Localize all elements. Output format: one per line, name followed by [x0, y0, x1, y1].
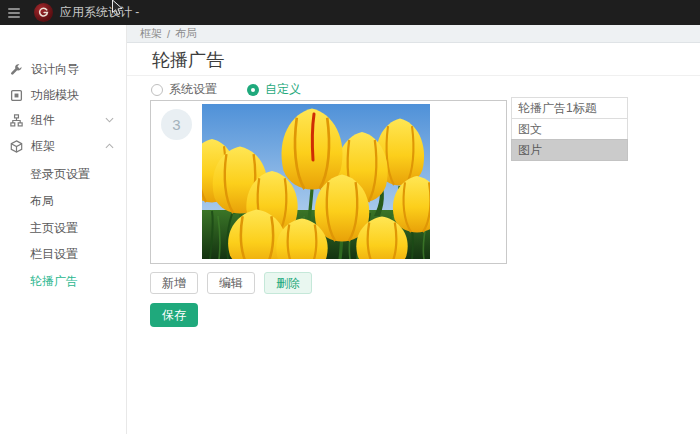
top-bar: 应用系统设计 - [0, 0, 700, 25]
edit-button[interactable]: 编辑 [207, 272, 255, 294]
breadcrumb-item-layout[interactable]: 布局 [175, 26, 197, 41]
sidebar: 设计向导 功能模块 组件 框架 登录页设置 布局 [0, 25, 127, 434]
radio-checked-icon [247, 84, 259, 96]
sidebar-subitem-login-page-settings[interactable]: 登录页设置 [0, 163, 126, 185]
add-button[interactable]: 新增 [150, 272, 198, 294]
module-icon [10, 89, 23, 102]
breadcrumb: 框架 / 布局 [127, 25, 700, 43]
main-content: 框架 / 布局 轮播广告 系统设置 自定义 3 [127, 25, 700, 434]
radio-custom[interactable]: 自定义 [247, 81, 301, 98]
mode-radio-group: 系统设置 自定义 [151, 81, 301, 98]
sidebar-subitem-homepage-settings[interactable]: 主页设置 [0, 217, 126, 239]
sidebar-item-function-modules[interactable]: 功能模块 [0, 84, 126, 106]
sidebar-subitem-carousel-ads[interactable]: 轮播广告 [0, 270, 126, 292]
carousel-preview-panel: 3 [150, 100, 507, 264]
chevron-down-icon [105, 117, 114, 123]
app-title: 应用系统设计 - [60, 4, 139, 21]
list-item-text-and-image[interactable]: 图文 [511, 118, 628, 140]
sidebar-item-framework[interactable]: 框架 [0, 135, 126, 157]
save-button[interactable]: 保存 [150, 303, 198, 327]
cube-icon [10, 140, 23, 153]
sidebar-subitem-layout[interactable]: 布局 [0, 190, 126, 212]
tulips-photo [202, 104, 430, 259]
slide-number-badge: 3 [161, 109, 192, 140]
sidebar-item-label: 组件 [31, 112, 55, 129]
list-item-image[interactable]: 图片 [511, 139, 628, 161]
sidebar-item-design-wizard[interactable]: 设计向导 [0, 58, 126, 80]
sidebar-item-components[interactable]: 组件 [0, 109, 126, 131]
sidebar-item-label: 功能模块 [31, 87, 79, 104]
delete-button[interactable]: 删除 [264, 272, 312, 294]
component-icon [10, 114, 23, 127]
app-logo-icon [34, 3, 53, 22]
sidebar-item-label: 设计向导 [31, 61, 79, 78]
sidebar-item-label: 框架 [31, 138, 55, 155]
radio-unchecked-icon [151, 84, 163, 96]
title-divider [127, 75, 700, 76]
list-item-slide-title[interactable]: 轮播广告1标题 [511, 97, 628, 119]
page-title: 轮播广告 [152, 48, 224, 72]
hamburger-menu-icon[interactable] [8, 8, 20, 18]
radio-system-settings[interactable]: 系统设置 [151, 81, 217, 98]
breadcrumb-item-framework[interactable]: 框架 [140, 26, 162, 41]
breadcrumb-separator: / [167, 28, 170, 40]
chevron-up-icon [105, 143, 114, 149]
action-button-row: 新增 编辑 删除 [150, 272, 312, 294]
wrench-icon [10, 63, 23, 76]
slide-property-list: 轮播广告1标题 图文 图片 [511, 97, 628, 161]
mouse-cursor-icon [111, 0, 124, 21]
sidebar-subitem-column-settings[interactable]: 栏目设置 [0, 243, 126, 265]
